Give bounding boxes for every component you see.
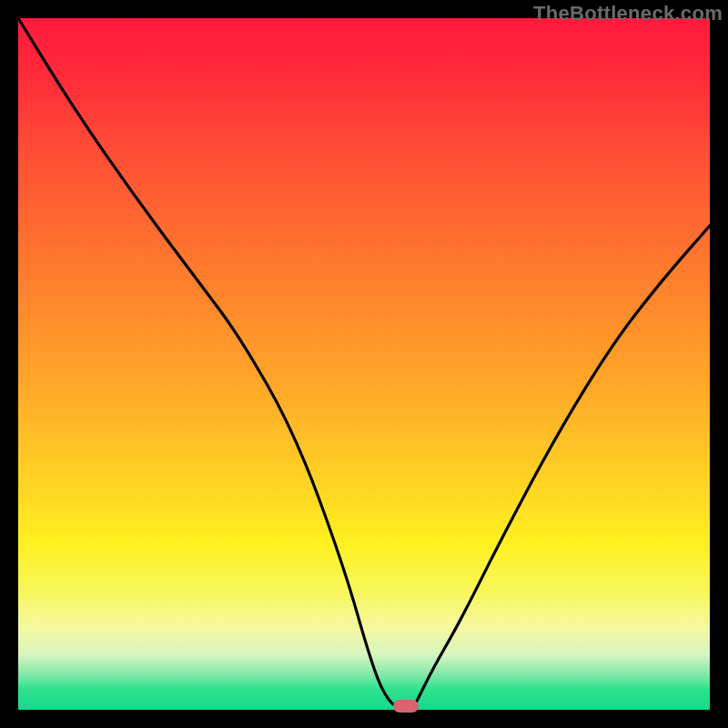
bottleneck-curve <box>18 18 710 710</box>
chart-container: TheBottleneck.com <box>0 0 728 728</box>
watermark-label: TheBottleneck.com <box>533 2 723 25</box>
curve-layer <box>18 18 710 710</box>
current-point-marker <box>393 700 419 713</box>
